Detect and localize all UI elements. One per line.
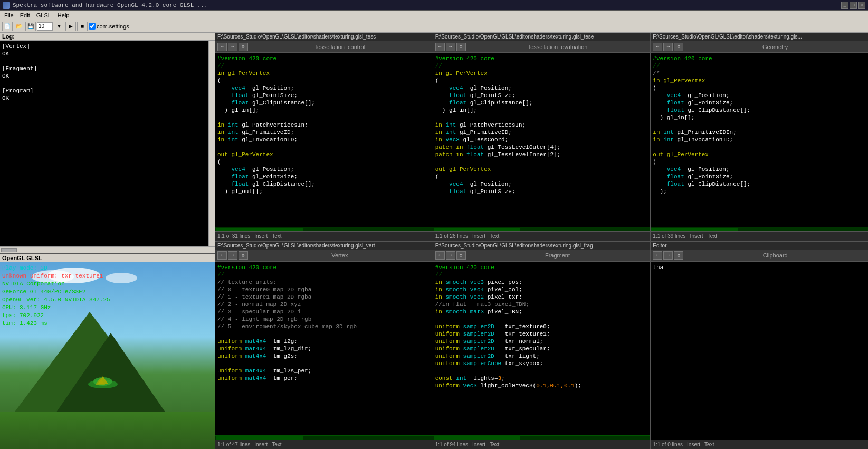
hscroll-thumb[interactable] <box>651 228 738 231</box>
redo-button[interactable]: → <box>663 43 673 51</box>
redo-button[interactable]: → <box>446 251 455 260</box>
settings-button[interactable]: ⚙ <box>456 251 466 260</box>
minimize-button[interactable]: _ <box>841 2 848 9</box>
undo-button[interactable]: ← <box>653 251 662 260</box>
code-line <box>217 114 431 121</box>
hscrollbar-frag[interactable] <box>433 435 651 440</box>
play-button[interactable]: ▶ <box>65 22 76 31</box>
panel-path-bar: F:\Sources_Studio\OpenGL\GLSL\editor\sha… <box>215 33 433 41</box>
undo-button[interactable]: ← <box>435 251 445 260</box>
code-line: // 4 - light map 2D rgb rgb <box>217 316 431 323</box>
undo-button[interactable]: ← <box>217 43 227 51</box>
dropdown-button[interactable]: ▼ <box>54 22 64 31</box>
panel-path: F:\Sources_Studio\OpenGL\GLSL\editor\sha… <box>653 34 802 40</box>
code-editor-tese[interactable]: #version 420 core //--------------------… <box>433 53 651 231</box>
undo-button[interactable]: ← <box>217 251 227 260</box>
code-line: // 2 - normal map 2D xyz <box>217 301 431 308</box>
window-controls[interactable]: _ □ × <box>841 2 865 9</box>
panel-path: F:\Sources_Studio\OpenGL\GLSL\editor\sha… <box>435 243 593 249</box>
toolbar: 📄 📂 💾 ▼ ▶ ■ com.settings <box>0 20 868 33</box>
panel-name: Geometry <box>684 44 866 50</box>
hscroll-thumb[interactable] <box>1 248 17 252</box>
settings-button[interactable]: ⚙ <box>674 251 683 260</box>
status-bar-tese: 1:1 of 26 lines Insert Text <box>433 231 651 241</box>
menu-help[interactable]: Help <box>54 11 73 20</box>
panel-tessellation-evaluation: F:\Sources_Studio\OpenGL\GLSL\editor\sha… <box>433 33 651 241</box>
code-line: vec4 gl_Position; <box>435 84 648 92</box>
hscroll-thumb[interactable] <box>434 436 521 440</box>
code-line: float gl_PointSize; <box>653 99 866 107</box>
log-line: [Fragment] <box>2 65 206 72</box>
log-hscrollbar[interactable] <box>0 246 215 253</box>
close-button[interactable]: × <box>858 2 865 9</box>
redo-button[interactable]: → <box>228 43 237 51</box>
status-mode: Insert <box>254 233 268 239</box>
menu-glsl[interactable]: GLSL <box>33 11 54 20</box>
code-line: uniform mat4x4 tm_per; <box>217 375 431 382</box>
hscroll-thumb[interactable] <box>216 436 303 440</box>
code-line: //--------------------------------------… <box>435 62 648 70</box>
code-editor-geom[interactable]: #version 420 core //--------------------… <box>651 53 868 231</box>
undo-button[interactable]: ← <box>435 43 445 51</box>
code-editor-vert[interactable]: #version 420 core //--------------------… <box>215 262 433 440</box>
menu-bar: File Edit GLSL Help <box>0 11 868 20</box>
gl-info-line: tim: 1.423 ms <box>2 320 110 328</box>
redo-button[interactable]: → <box>446 43 455 51</box>
hscrollbar-vert[interactable] <box>215 435 433 440</box>
status-mode: Insert <box>690 233 703 239</box>
log-content[interactable]: [Vertex] OK [Fragment] OK [Program] OK <box>0 41 208 246</box>
code-line: ); <box>653 188 866 195</box>
code-line: uniform mat4x4 tm_l2s_per; <box>217 367 431 375</box>
hscroll-thumb[interactable] <box>434 228 521 231</box>
panel-toolbar: ← → ⚙ Clipboard <box>651 250 868 262</box>
save-button[interactable]: 💾 <box>25 22 36 31</box>
code-line <box>435 367 648 375</box>
number-input[interactable] <box>37 22 53 31</box>
log-section: Log: [Vertex] OK [Fragment] OK [Program]… <box>0 33 215 254</box>
hscrollbar-geom[interactable] <box>651 227 868 231</box>
code-line: // 5 - enviroment/skybox cube map 3D rgb <box>217 323 431 330</box>
menu-edit[interactable]: Edit <box>17 11 33 20</box>
panel-vertex: F:\Sources_Studio\OpenGL\GLSL\editor\sha… <box>215 242 433 450</box>
settings-button[interactable]: ⚙ <box>456 43 466 51</box>
menu-file[interactable]: File <box>1 11 17 20</box>
log-header: Log: <box>0 33 215 41</box>
settings-button[interactable]: ⚙ <box>674 43 683 51</box>
code-editor-clipboard[interactable]: tha <box>651 262 868 440</box>
panel-name: Clipboard <box>684 252 866 259</box>
code-line: out gl_PerVertex <box>217 151 431 158</box>
code-line: uniform sampler2D txr_specular; <box>435 345 648 352</box>
undo-button[interactable]: ← <box>653 43 662 51</box>
settings-button[interactable]: ⚙ <box>239 251 248 260</box>
code-line: tha <box>653 264 866 271</box>
status-mode: Insert <box>472 233 485 239</box>
log-scrollbar[interactable] <box>208 41 215 246</box>
ground <box>0 412 215 449</box>
code-line: out gl_PerVertex <box>435 166 648 173</box>
panel-toolbar: ← → ⚙ Geometry <box>651 41 868 53</box>
opengl-section: OpenGL GLSL <box>0 254 215 449</box>
code-line: ) gl_in[]; <box>217 107 431 114</box>
code-line: float gl_ClipDistance[]; <box>217 99 431 107</box>
open-button[interactable]: 📂 <box>14 22 24 31</box>
status-bar-frag: 1:1 of 94 lines Insert Text <box>433 440 651 449</box>
hscroll-thumb[interactable] <box>216 228 303 231</box>
panel-toolbar: ← → ⚙ Tessellation_control <box>215 41 433 53</box>
cloud <box>106 273 137 283</box>
redo-button[interactable]: → <box>663 251 673 260</box>
status-type: Text <box>272 442 281 447</box>
code-editor-tesc[interactable]: #version 420 core //--------------------… <box>215 53 433 231</box>
stop-button[interactable]: ■ <box>77 22 88 31</box>
maximize-button[interactable]: □ <box>850 2 857 9</box>
panel-path-bar: F:\Sources_Studio\OpenGL\GLSL\editor\sha… <box>215 242 433 250</box>
hscrollbar-tese[interactable] <box>433 227 651 231</box>
code-line: in int gl_PrimitiveID; <box>217 129 431 136</box>
settings-button[interactable]: ⚙ <box>239 43 248 51</box>
gl-info-line: Play mode: 3D <box>2 264 110 272</box>
new-button[interactable]: 📄 <box>2 22 13 31</box>
redo-button[interactable]: → <box>228 251 237 260</box>
hscrollbar-tesc[interactable] <box>215 227 433 231</box>
code-editor-frag[interactable]: #version 420 core //--------------------… <box>433 262 651 440</box>
status-position: 1:1 of 0 lines <box>653 442 683 447</box>
settings-checkbox[interactable] <box>89 23 96 30</box>
